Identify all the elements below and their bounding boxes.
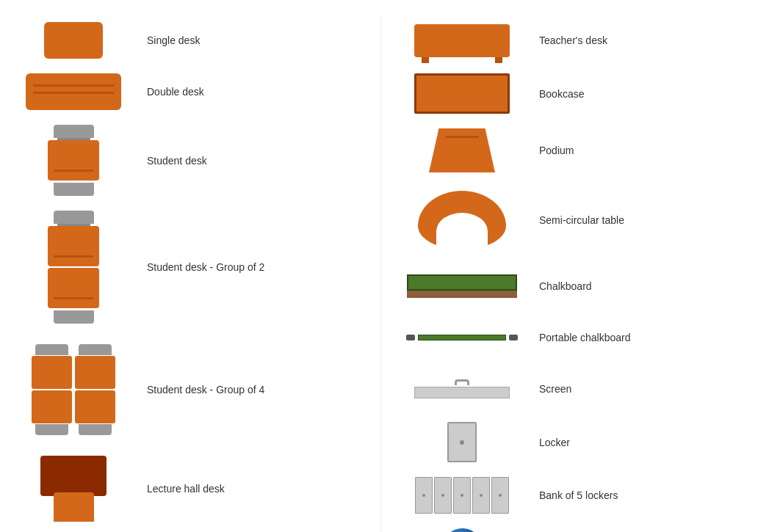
podium-icon bbox=[396, 128, 528, 172]
semi-circular-table-icon bbox=[396, 191, 528, 249]
globe-icon bbox=[396, 528, 528, 532]
bookcase-icon bbox=[396, 73, 528, 114]
double-desk-label: Double desk bbox=[147, 86, 204, 98]
student-desk-group2-icon bbox=[15, 211, 132, 324]
list-item[interactable]: Double desk bbox=[0, 66, 380, 117]
list-item[interactable]: Single desk bbox=[0, 15, 380, 66]
list-item[interactable]: Student desk - Group of 2 bbox=[0, 203, 380, 331]
double-desk-icon bbox=[15, 73, 132, 110]
bookcase-label: Bookcase bbox=[539, 88, 584, 100]
lecture-hall-desk-label: Lecture hall desk bbox=[147, 483, 225, 495]
list-item[interactable]: Student desk - Group of 4 bbox=[0, 331, 380, 448]
list-item[interactable]: Podium bbox=[389, 121, 769, 180]
left-column: Single desk Double desk Student desk bbox=[0, 15, 380, 532]
screen-label: Screen bbox=[539, 383, 571, 395]
list-item[interactable]: Globe bbox=[389, 521, 769, 532]
list-item[interactable]: Student desk bbox=[0, 117, 380, 203]
portable-chalkboard-icon bbox=[396, 335, 528, 340]
list-item[interactable]: Chair bbox=[0, 529, 380, 532]
list-item[interactable]: Locker bbox=[389, 415, 769, 470]
list-item[interactable]: Bookcase bbox=[389, 66, 769, 121]
list-item[interactable]: Portable chalkboard bbox=[389, 312, 769, 363]
student-desk-group2-label: Student desk - Group of 2 bbox=[147, 261, 264, 273]
single-desk-label: Single desk bbox=[147, 34, 200, 46]
portable-chalkboard-label: Portable chalkboard bbox=[539, 332, 631, 343]
list-item[interactable]: Chalkboard bbox=[389, 260, 769, 312]
chalkboard-icon bbox=[396, 274, 528, 298]
student-desk-group4-icon bbox=[15, 344, 132, 435]
lecture-hall-desk-icon bbox=[15, 456, 132, 522]
teachers-desk-icon bbox=[396, 24, 528, 57]
list-item[interactable]: Teacher's desk bbox=[389, 15, 769, 66]
locker-icon bbox=[396, 422, 528, 462]
list-item[interactable]: Screen bbox=[389, 363, 769, 415]
list-item[interactable]: Bank of 5 lockers bbox=[389, 470, 769, 521]
bank-of-5-lockers-label: Bank of 5 lockers bbox=[539, 489, 618, 501]
right-column: Teacher's desk Bookcase Podium bbox=[380, 15, 769, 532]
locker-label: Locker bbox=[539, 437, 570, 448]
list-item[interactable]: Semi-circular table bbox=[389, 180, 769, 260]
chalkboard-label: Chalkboard bbox=[539, 280, 592, 292]
semi-circular-table-label: Semi-circular table bbox=[539, 214, 624, 226]
single-desk-icon bbox=[15, 22, 132, 59]
screen-icon bbox=[396, 379, 528, 398]
student-desk-group4-label: Student desk - Group of 4 bbox=[147, 384, 264, 396]
bank-of-5-lockers-icon bbox=[396, 477, 528, 514]
list-item[interactable]: Lecture hall desk bbox=[0, 448, 380, 529]
student-desk-label: Student desk bbox=[147, 155, 207, 167]
teachers-desk-label: Teacher's desk bbox=[539, 34, 607, 46]
student-desk-icon bbox=[15, 125, 132, 196]
podium-label: Podium bbox=[539, 145, 574, 156]
